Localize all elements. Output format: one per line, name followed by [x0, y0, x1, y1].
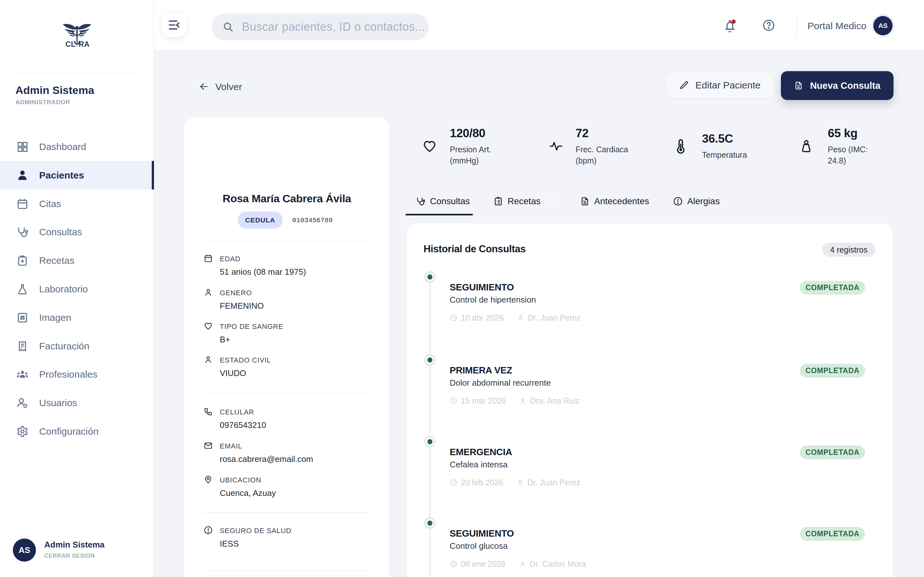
- svg-text:RA: RA: [79, 40, 89, 48]
- svg-text:CL: CL: [65, 40, 75, 48]
